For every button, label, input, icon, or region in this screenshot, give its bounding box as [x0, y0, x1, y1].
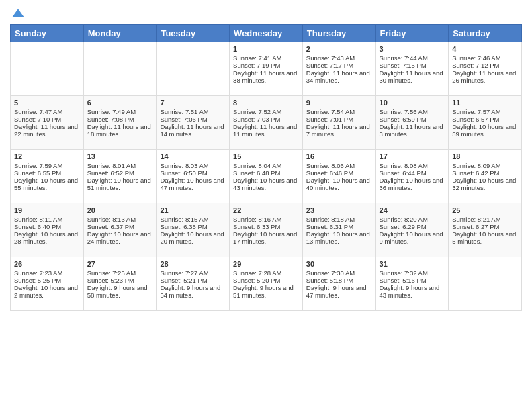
day-number: 20 [87, 206, 153, 214]
calendar-cell: 16Sunrise: 8:06 AMSunset: 6:46 PMDayligh… [302, 150, 375, 203]
daylight-text: Daylight: 11 hours and 26 minutes. [452, 69, 518, 84]
sunrise-text: Sunrise: 7:41 AM [233, 54, 299, 62]
day-number: 18 [452, 152, 518, 161]
sunset-text: Sunset: 5:16 PM [380, 277, 445, 284]
daylight-text: Daylight: 11 hours and 22 minutes. [14, 123, 80, 138]
day-number: 7 [160, 99, 226, 107]
daylight-text: Daylight: 10 hours and 9 minutes. [380, 230, 445, 245]
sunrise-text: Sunrise: 8:15 AM [160, 216, 226, 223]
calendar-cell: 2Sunrise: 7:43 AMSunset: 7:17 PMDaylight… [302, 42, 375, 96]
calendar-cell: 4Sunrise: 7:46 AMSunset: 7:12 PMDaylight… [449, 42, 522, 96]
week-row-5: 26Sunrise: 7:23 AMSunset: 5:25 PMDayligh… [11, 257, 522, 311]
daylight-text: Daylight: 10 hours and 43 minutes. [233, 177, 299, 191]
calendar-cell [83, 42, 157, 96]
calendar-table: SundayMondayTuesdayWednesdayThursdayFrid… [10, 24, 522, 311]
calendar-cell: 1Sunrise: 7:41 AMSunset: 7:19 PMDaylight… [230, 42, 303, 96]
sunset-text: Sunset: 6:42 PM [452, 169, 518, 177]
day-number: 31 [380, 260, 445, 268]
daylight-text: Daylight: 11 hours and 18 minutes. [87, 123, 153, 138]
sunset-text: Sunset: 6:37 PM [87, 223, 153, 230]
week-row-1: 1Sunrise: 7:41 AMSunset: 7:19 PMDaylight… [11, 42, 522, 96]
day-number: 17 [380, 152, 445, 161]
sunset-text: Sunset: 6:57 PM [452, 116, 518, 123]
day-number: 24 [380, 206, 445, 214]
sunrise-text: Sunrise: 8:08 AM [380, 162, 445, 169]
calendar-cell: 26Sunrise: 7:23 AMSunset: 5:25 PMDayligh… [11, 257, 84, 311]
calendar-cell: 20Sunrise: 8:13 AMSunset: 6:37 PMDayligh… [83, 203, 157, 257]
weekday-header-tuesday: Tuesday [157, 25, 230, 42]
day-number: 19 [14, 206, 80, 214]
weekday-header-friday: Friday [375, 25, 449, 42]
calendar-cell: 18Sunrise: 8:09 AMSunset: 6:42 PMDayligh… [449, 150, 522, 203]
sunset-text: Sunset: 7:03 PM [233, 116, 299, 123]
day-number: 11 [452, 99, 518, 107]
sunset-text: Sunset: 6:35 PM [160, 223, 226, 230]
day-number: 8 [233, 99, 299, 107]
daylight-text: Daylight: 9 hours and 43 minutes. [380, 284, 445, 299]
daylight-text: Daylight: 11 hours and 38 minutes. [233, 69, 299, 84]
day-number: 25 [452, 206, 518, 214]
sunset-text: Sunset: 7:01 PM [306, 116, 372, 123]
sunrise-text: Sunrise: 7:51 AM [160, 108, 226, 116]
sunrise-text: Sunrise: 7:54 AM [306, 108, 372, 116]
sunrise-text: Sunrise: 7:46 AM [452, 54, 518, 62]
calendar-cell: 22Sunrise: 8:16 AMSunset: 6:33 PMDayligh… [230, 203, 303, 257]
daylight-text: Daylight: 10 hours and 28 minutes. [14, 230, 80, 245]
daylight-text: Daylight: 10 hours and 55 minutes. [14, 177, 80, 191]
day-number: 2 [306, 45, 372, 53]
sunrise-text: Sunrise: 7:44 AM [380, 54, 445, 62]
page-header [10, 7, 522, 20]
calendar-cell: 12Sunrise: 7:59 AMSunset: 6:55 PMDayligh… [11, 150, 84, 203]
calendar-cell: 19Sunrise: 8:11 AMSunset: 6:40 PMDayligh… [11, 203, 84, 257]
daylight-text: Daylight: 11 hours and 34 minutes. [306, 69, 372, 84]
calendar-cell: 24Sunrise: 8:20 AMSunset: 6:29 PMDayligh… [375, 203, 449, 257]
sunrise-text: Sunrise: 7:25 AM [87, 269, 153, 277]
sunset-text: Sunset: 5:20 PM [233, 277, 299, 284]
calendar-cell: 8Sunrise: 7:52 AMSunset: 7:03 PMDaylight… [230, 96, 303, 150]
sunrise-text: Sunrise: 7:56 AM [380, 108, 445, 116]
day-number: 22 [233, 206, 299, 214]
calendar-cell: 9Sunrise: 7:54 AMSunset: 7:01 PMDaylight… [302, 96, 375, 150]
sunrise-text: Sunrise: 7:49 AM [87, 108, 153, 116]
sunrise-text: Sunrise: 7:23 AM [14, 269, 80, 277]
sunset-text: Sunset: 6:48 PM [233, 169, 299, 177]
calendar-cell: 14Sunrise: 8:03 AMSunset: 6:50 PMDayligh… [157, 150, 230, 203]
sunrise-text: Sunrise: 8:01 AM [87, 162, 153, 169]
sunset-text: Sunset: 7:08 PM [87, 116, 153, 123]
daylight-text: Daylight: 10 hours and 40 minutes. [306, 177, 372, 191]
sunset-text: Sunset: 7:12 PM [452, 62, 518, 69]
sunrise-text: Sunrise: 7:43 AM [306, 54, 372, 62]
calendar-cell: 15Sunrise: 8:04 AMSunset: 6:48 PMDayligh… [230, 150, 303, 203]
sunrise-text: Sunrise: 7:32 AM [380, 269, 445, 277]
calendar-cell [157, 42, 230, 96]
calendar-cell: 10Sunrise: 7:56 AMSunset: 6:59 PMDayligh… [375, 96, 449, 150]
weekday-header-wednesday: Wednesday [230, 25, 303, 42]
sunset-text: Sunset: 6:40 PM [14, 223, 80, 230]
daylight-text: Daylight: 10 hours and 36 minutes. [380, 177, 445, 191]
daylight-text: Daylight: 11 hours and 3 minutes. [380, 123, 445, 138]
sunset-text: Sunset: 6:46 PM [306, 169, 372, 177]
sunset-text: Sunset: 7:17 PM [306, 62, 372, 69]
daylight-text: Daylight: 10 hours and 2 minutes. [14, 284, 80, 299]
day-number: 21 [160, 206, 226, 214]
sunrise-text: Sunrise: 7:27 AM [160, 269, 226, 277]
sunrise-text: Sunrise: 7:47 AM [14, 108, 80, 116]
daylight-text: Daylight: 11 hours and 7 minutes. [306, 123, 372, 138]
calendar-cell: 3Sunrise: 7:44 AMSunset: 7:15 PMDaylight… [375, 42, 449, 96]
daylight-text: Daylight: 10 hours and 51 minutes. [87, 177, 153, 191]
week-row-4: 19Sunrise: 8:11 AMSunset: 6:40 PMDayligh… [11, 203, 522, 257]
week-row-3: 12Sunrise: 7:59 AMSunset: 6:55 PMDayligh… [11, 150, 522, 203]
sunset-text: Sunset: 6:59 PM [380, 116, 445, 123]
sunrise-text: Sunrise: 8:13 AM [87, 216, 153, 223]
sunset-text: Sunset: 6:52 PM [87, 169, 153, 177]
daylight-text: Daylight: 10 hours and 59 minutes. [452, 123, 518, 138]
week-row-2: 5Sunrise: 7:47 AMSunset: 7:10 PMDaylight… [11, 96, 522, 150]
daylight-text: Daylight: 9 hours and 51 minutes. [233, 284, 299, 299]
calendar-cell: 27Sunrise: 7:25 AMSunset: 5:23 PMDayligh… [83, 257, 157, 311]
sunrise-text: Sunrise: 8:11 AM [14, 216, 80, 223]
sunrise-text: Sunrise: 8:20 AM [380, 216, 445, 223]
svg-marker-0 [13, 9, 24, 17]
weekday-header-saturday: Saturday [449, 25, 522, 42]
calendar-cell: 6Sunrise: 7:49 AMSunset: 7:08 PMDaylight… [83, 96, 157, 150]
sunrise-text: Sunrise: 8:06 AM [306, 162, 372, 169]
